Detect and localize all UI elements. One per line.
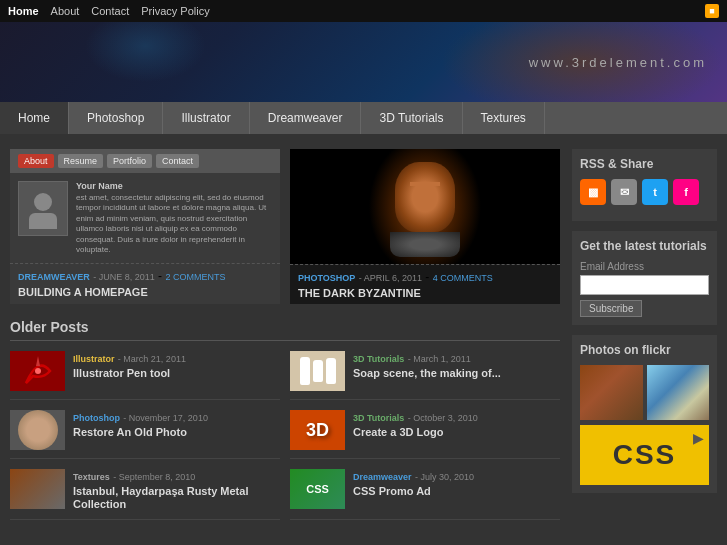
post-info-soap: 3D Tutorials - March 1, 2011 Soap scene,… [353,351,560,380]
card-description: est amet, consectetur adipiscing elit, s… [76,193,272,255]
post-title-logo[interactable]: Create a 3D Logo [353,426,560,439]
content-wrapper: About Resume Portfolio Contact Your Name [0,134,727,535]
byz-head [395,162,455,232]
byzantine-meta: PHOTOSHOP - APRIL 6, 2011 - 4 COMMENTS T… [290,264,560,304]
logo-3d-text: 3D [306,420,329,441]
byzantine-image [290,149,560,264]
post-title-istanbul[interactable]: Istanbul, Haydarpaşa Rusty Metal Collect… [73,485,280,511]
flickr-paint-img [647,365,710,420]
subscribe-button[interactable]: Subscribe [580,300,642,317]
nav-illustrator[interactable]: Illustrator [163,102,249,134]
css-thumb-bg: CSS [290,469,345,509]
nav-dreamweaver[interactable]: Dreamweaver [250,102,362,134]
post-item-css: CSS Dreamweaver - July 30, 2010 CSS Prom… [290,469,560,520]
post-title-photo[interactable]: Restore An Old Photo [73,426,280,439]
flickr-rust-img [580,365,643,420]
post-date-css: - July 30, 2010 [415,472,474,482]
post-item-istanbul: Textures - September 8, 2010 Istanbul, H… [10,469,280,520]
post-item-illustrator: Illustrator - March 21, 2011 Illustrator… [10,351,280,400]
flickr-section: Photos on flickr CSS ▶ [572,335,717,493]
byzantine-title[interactable]: THE DARK BYZANTINE [298,287,552,299]
css-ad-text: CSS [613,439,677,471]
nav-home[interactable]: Home [0,102,69,134]
topnav-contact[interactable]: Contact [91,5,129,17]
post-cat-photo[interactable]: Photoshop [73,413,120,423]
post-meta-logo: 3D Tutorials - October 3, 2010 [353,410,560,424]
card-category[interactable]: DREAMWEAVER [18,272,90,282]
tab-resume[interactable]: Resume [58,154,104,168]
tab-contact[interactable]: Contact [156,154,199,168]
post-meta-soap: 3D Tutorials - March 1, 2011 [353,351,560,365]
card-comments[interactable]: 2 COMMENTS [165,272,225,282]
rss-top-icon[interactable]: ■ [705,4,719,18]
post-title-css[interactable]: CSS Promo Ad [353,485,560,498]
post-date-photo: - November 17, 2010 [123,413,208,423]
post-date-logo: - October 3, 2010 [408,413,478,423]
email-share-button[interactable]: ✉ [611,179,637,205]
svg-point-0 [35,368,41,374]
byzantine-date: - APRIL 6, 2011 [359,273,422,283]
post-meta-illustrator: Illustrator - March 21, 2011 [73,351,280,365]
css-ad-banner[interactable]: CSS ▶ [580,425,709,485]
topnav-about[interactable]: About [51,5,80,17]
card-title[interactable]: BUILDING A HOMEPAGE [18,286,272,298]
twitter-button[interactable]: t [642,179,668,205]
post-cat-istanbul[interactable]: Textures [73,472,110,482]
post-info-photo: Photoshop - November 17, 2010 Restore An… [73,410,280,439]
card-date: - JUNE 8, 2011 [93,272,155,282]
byzantine-category[interactable]: PHOTOSHOP [298,273,355,283]
post-thumb-soap [290,351,345,391]
soap-bottle-2 [313,360,323,382]
topnav-privacy[interactable]: Privacy Policy [141,5,209,17]
main-navigation: Home Photoshop Illustrator Dreamweaver 3… [0,102,727,134]
email-label: Email Address [580,261,709,272]
card-text: Your Name est amet, consectetur adipisci… [76,181,272,255]
tab-portfolio[interactable]: Portfolio [107,154,152,168]
email-input[interactable] [580,275,709,295]
post-date-soap: - March 1, 2011 [408,354,471,364]
flickr-grid [580,365,709,420]
post-item-soap: 3D Tutorials - March 1, 2011 Soap scene,… [290,351,560,400]
post-cat-logo[interactable]: 3D Tutorials [353,413,404,423]
post-cat-css[interactable]: Dreamweaver [353,472,412,482]
card-tabs: About Resume Portfolio Contact [10,149,280,173]
tab-about[interactable]: About [18,154,54,168]
nav-3dtutorials[interactable]: 3D Tutorials [361,102,462,134]
rss-title: RSS & Share [580,157,709,171]
flickr-photo-2[interactable] [647,365,710,420]
css-thumb-text: CSS [306,483,329,495]
nav-textures[interactable]: Textures [463,102,545,134]
post-meta-istanbul: Textures - September 8, 2010 [73,469,280,483]
header-banner: www.3rdelement.com [0,22,727,102]
byz-marks [410,182,440,186]
card-meta: DREAMWEAVER - JUNE 8, 2011 - 2 COMMENTS … [10,263,280,303]
post-title-soap[interactable]: Soap scene, the making of... [353,367,560,380]
tutorials-title: Get the latest tutorials [580,239,709,253]
rss-share-section: RSS & Share ▩ ✉ t f [572,149,717,221]
post-item-photo: Photoshop - November 17, 2010 Restore An… [10,410,280,459]
flickr-title: Photos on flickr [580,343,709,357]
post-cat-illustrator[interactable]: Illustrator [73,354,115,364]
post-cat-soap[interactable]: 3D Tutorials [353,354,404,364]
card-body: Your Name est amet, consectetur adipisci… [10,173,280,263]
topnav-home[interactable]: Home [8,5,39,17]
flickr-photo-1[interactable] [580,365,643,420]
flickr-button[interactable]: f [673,179,699,205]
photo-face [18,410,58,450]
post-info-css: Dreamweaver - July 30, 2010 CSS Promo Ad [353,469,560,498]
byzantine-comments[interactable]: 4 COMMENTS [433,273,493,283]
post-thumb-css: CSS [290,469,345,509]
main-column: About Resume Portfolio Contact Your Name [10,149,560,520]
post-title-illustrator[interactable]: Illustrator Pen tool [73,367,280,380]
byzantine-face [390,162,460,252]
nav-photoshop[interactable]: Photoshop [69,102,163,134]
post-thumb-istanbul [10,469,65,509]
tutorials-section: Get the latest tutorials Email Address S… [572,231,717,325]
featured-row: About Resume Portfolio Contact Your Name [10,149,560,304]
post-info-istanbul: Textures - September 8, 2010 Istanbul, H… [73,469,280,511]
rss-feed-button[interactable]: ▩ [580,179,606,205]
soap-bottle-1 [300,357,310,385]
ad-arrow-icon: ▶ [693,430,704,446]
post-meta-css: Dreamweaver - July 30, 2010 [353,469,560,483]
soap-thumb-bg [290,351,345,391]
